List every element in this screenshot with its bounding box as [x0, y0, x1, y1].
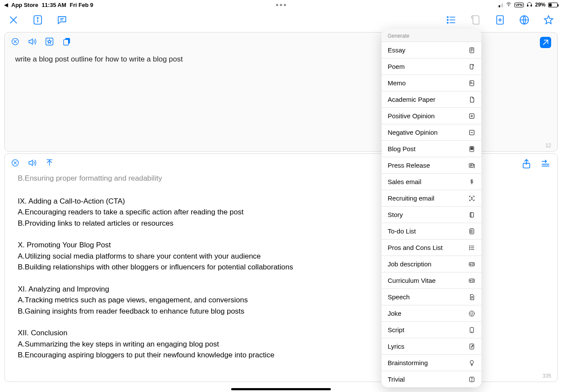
grid-icon: [468, 146, 475, 152]
svg-point-35: [469, 249, 470, 250]
music-doc-icon: [468, 343, 475, 350]
menu-item-memo[interactable]: Memo: [382, 75, 481, 91]
question-icon: [468, 376, 475, 383]
svg-point-40: [469, 311, 474, 316]
menu-item-essay[interactable]: Essay: [382, 42, 481, 58]
menu-item-script[interactable]: Script: [382, 321, 481, 338]
book-icon: [468, 211, 475, 218]
chat-icon[interactable]: [56, 14, 68, 26]
clear-circle-icon[interactable]: [11, 159, 20, 167]
menu-item-speech[interactable]: Speech: [382, 288, 481, 305]
menu-item-sales-email[interactable]: Sales email: [382, 173, 481, 190]
svg-rect-22: [471, 147, 471, 148]
open-external-button[interactable]: [540, 37, 551, 48]
svg-point-44: [471, 331, 472, 332]
smile-icon: [468, 310, 475, 317]
scroll-icon[interactable]: [470, 14, 481, 26]
info-icon[interactable]: [32, 14, 43, 26]
tablet-icon: [468, 327, 475, 334]
prompt-char-count: 12: [546, 143, 551, 149]
menu-item-pros-and-cons-list[interactable]: Pros and Cons List: [382, 239, 481, 256]
svg-point-18: [471, 82, 471, 83]
svg-rect-25: [472, 149, 473, 149]
svg-point-34: [469, 247, 470, 248]
menu-item-joke[interactable]: Joke: [382, 305, 481, 321]
transfer-list-icon[interactable]: [540, 158, 551, 169]
status-time: 11:35 AM: [42, 2, 66, 8]
svg-rect-24: [471, 149, 471, 149]
menu-item-lyrics[interactable]: Lyrics: [382, 338, 481, 354]
battery-pct: 29%: [535, 2, 546, 8]
menu-item-job-description[interactable]: Job description: [382, 256, 481, 272]
svg-point-37: [470, 263, 471, 265]
close-icon[interactable]: [8, 14, 19, 26]
menu-item-trivial[interactable]: Trivial: [382, 371, 481, 387]
vpn-badge: VPN: [514, 3, 524, 7]
multitask-dots[interactable]: [276, 4, 286, 6]
svg-point-0: [508, 5, 509, 6]
svg-point-46: [471, 347, 472, 347]
speaker-icon[interactable]: [27, 37, 37, 46]
home-indicator[interactable]: [231, 388, 331, 390]
clear-circle-icon[interactable]: [11, 37, 20, 46]
svg-rect-23: [472, 147, 473, 148]
scroll-icon: [468, 63, 475, 70]
svg-point-6: [447, 19, 448, 21]
svg-point-48: [471, 380, 472, 381]
menu-item-curriculum-vitae[interactable]: Curriculum Vitae: [382, 272, 481, 288]
globe-icon[interactable]: [519, 14, 530, 26]
menu-item-story[interactable]: Story: [382, 206, 481, 223]
star-box-icon[interactable]: [45, 37, 54, 46]
person-scan-icon: [468, 195, 475, 202]
star-icon[interactable]: [543, 14, 554, 26]
svg-point-32: [471, 232, 471, 233]
wifi-icon: [506, 1, 512, 9]
svg-point-30: [471, 230, 471, 230]
id-icon: [468, 277, 475, 284]
svg-point-4: [37, 18, 38, 19]
menu-item-blog-post[interactable]: Blog Post: [382, 140, 481, 157]
svg-rect-21: [470, 146, 474, 152]
collapse-up-icon[interactable]: [45, 158, 54, 168]
status-bar: ◀ App Store 11:35 AM Fri Feb 9 VPN 29%: [0, 0, 562, 10]
menu-item-academic-paper[interactable]: Academic Paper: [382, 91, 481, 107]
svg-point-31: [471, 231, 471, 231]
output-char-count: 335: [542, 373, 551, 379]
back-caret-icon[interactable]: ◀: [4, 2, 8, 8]
bullets-icon: [468, 244, 475, 251]
menu-item-positive-opinion[interactable]: Positive Opinion: [382, 107, 481, 124]
id-icon: [468, 261, 475, 268]
menu-item-poem[interactable]: Poem: [382, 58, 481, 75]
menu-item-press-release[interactable]: Press Release: [382, 157, 481, 173]
menu-item-recruiting-email[interactable]: Recruiting email: [382, 190, 481, 206]
svg-rect-28: [470, 212, 474, 217]
menu-item-negative-opinion[interactable]: Negative Opinion: [382, 124, 481, 140]
svg-point-39: [470, 280, 471, 281]
app-toolbar: [0, 10, 562, 30]
cellular-icon: [497, 3, 503, 7]
add-doc-icon[interactable]: [494, 14, 506, 26]
minus-sq-icon: [468, 129, 475, 136]
dollar-icon: [468, 178, 475, 185]
share-icon[interactable]: [521, 158, 532, 169]
svg-point-7: [447, 22, 448, 23]
copy-icon[interactable]: [62, 37, 72, 46]
news-icon: [468, 162, 475, 169]
svg-point-27: [471, 197, 473, 198]
speaker-icon[interactable]: [27, 158, 37, 168]
list-doc-icon: [468, 228, 475, 235]
plus-sq-icon: [468, 113, 475, 120]
page-lines-icon: [468, 294, 475, 301]
note-icon: [468, 80, 475, 87]
back-app-label[interactable]: App Store: [11, 2, 38, 8]
svg-rect-2: [531, 5, 532, 6]
svg-rect-1: [527, 5, 528, 6]
menu-item-to-do-list[interactable]: To-do List: [382, 223, 481, 239]
svg-rect-16: [470, 48, 474, 53]
menu-item-brainstorming[interactable]: Brainstorming: [382, 354, 481, 371]
list-settings-icon[interactable]: [446, 14, 457, 26]
generate-menu-header: Generate: [382, 29, 481, 42]
doc-icon: [468, 47, 475, 54]
svg-point-41: [471, 313, 471, 313]
svg-point-5: [447, 16, 448, 18]
